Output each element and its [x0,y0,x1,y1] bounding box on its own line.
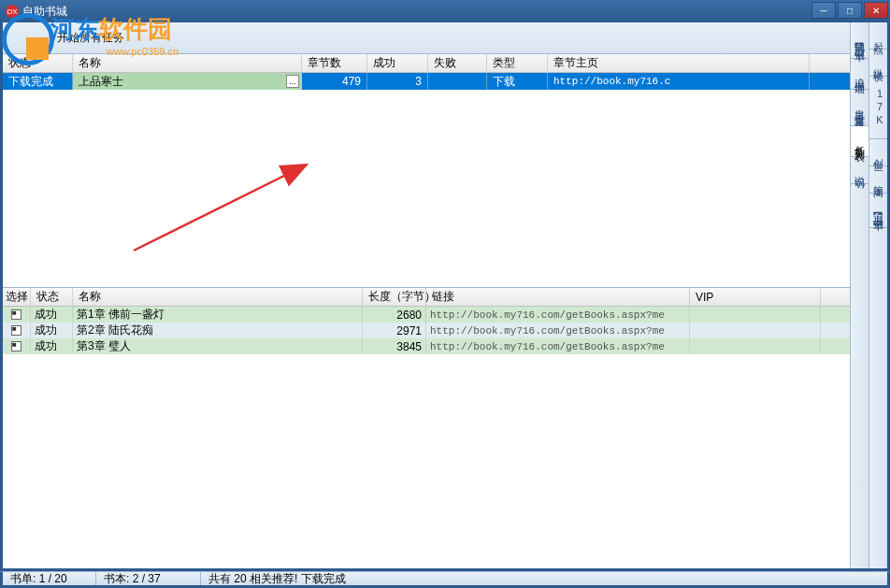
tab-zhuishu-list[interactable]: 追书【书单】 [869,194,887,228]
ellipsis-button[interactable]: ... [286,75,299,88]
col-status-2[interactable]: 状态 [31,288,73,306]
cell-status: 成功 [31,338,73,354]
svg-line-1 [134,165,307,251]
chapter-row[interactable]: 成功 第2章 陆氏花痴 2971 http://book.my716.com/g… [3,323,850,338]
chapter-row[interactable]: 成功 第1章 佛前一盏灯 2680 http://book.my716.com/… [3,307,850,323]
tab-chuangshi[interactable]: 创世 [869,139,887,166]
cell-length: 2971 [363,323,426,338]
tab-youshu[interactable]: 优书网【书单】 [851,22,868,59]
cell-status: 成功 [31,307,73,323]
cell-link: http://book.my716.com/getBooks.aspx?me [426,323,690,338]
tasks-grid: 状态 名称 章节数 成功 失败 类型 章节主页 下载完成 上品寒士 ... 47… [3,54,850,288]
cell-status: 成功 [31,323,73,338]
cell-checkbox[interactable] [3,307,31,323]
chapters-grid: 选择 状态 名称 长度（字节） 链接 VIP 成功 第1章 佛前一盏灯 2680… [3,288,850,568]
window-title: 自助书城 [22,4,67,20]
checkbox-icon[interactable] [11,309,22,320]
col-link[interactable]: 链接 [426,288,690,306]
cell-name: 上品寒士 ... [73,73,302,90]
tab-task-list[interactable]: 任务列表 [851,126,868,157]
col-chapters[interactable]: 章节数 [302,54,367,72]
cell-checkbox[interactable] [3,338,31,354]
checkbox-icon[interactable] [11,325,22,336]
col-name-2[interactable]: 名称 [73,288,363,306]
col-url[interactable]: 章节主页 [548,54,810,72]
cell-link: http://book.my716.com/getBooks.aspx?me [426,338,690,354]
toolbar: 开始所有任务 [3,22,850,54]
maximize-button[interactable]: □ [838,2,862,19]
annotation-arrow [124,157,330,264]
cell-vip [690,323,821,338]
chapters-grid-header: 选择 状态 名称 长度（字节） 链接 VIP [3,288,850,307]
close-button[interactable]: ✕ [864,2,888,19]
cell-url: http://book.my716.c [548,73,810,90]
cell-link: http://book.my716.com/getBooks.aspx?me [426,307,690,323]
right-sidebar-inner: 优书网【书单】 追书详细 主目录直接下载 任务列表 说明 [850,22,868,568]
cell-vip [690,307,821,323]
cell-chapter-name: 第3章 璧人 [73,338,363,354]
tasks-grid-header: 状态 名称 章节数 成功 失败 类型 章节主页 [3,54,850,73]
chapter-row[interactable]: 成功 第3章 璧人 3845 http://book.my716.com/get… [3,338,850,354]
col-type[interactable]: 类型 [487,54,548,72]
status-message: 共有 20 相关推荐! 下载完成 [201,572,887,585]
statusbar: 书单: 1 / 20 书本: 2 / 37 共有 20 相关推荐! 下载完成 [0,571,890,588]
cell-status: 下载完成 [3,73,73,90]
titlebar: DX 自助书城 ─ □ ✕ [0,0,890,22]
right-sidebar-outer: 起点 纵横 17K 创世 篷阁 追书【书单】 [868,22,887,568]
col-name[interactable]: 名称 [73,54,302,72]
col-fail[interactable]: 失败 [428,54,487,72]
tab-zongheng[interactable]: 纵横 [869,50,887,77]
cell-chapter-name: 第2章 陆氏花痴 [73,323,363,338]
cell-fail [428,73,487,90]
cell-length: 2680 [363,307,426,323]
cell-chapter-name: 第1章 佛前一盏灯 [73,307,363,323]
cell-checkbox[interactable] [3,323,31,338]
cell-vip [690,338,821,354]
col-status[interactable]: 状态 [3,54,73,72]
col-success[interactable]: 成功 [367,54,428,72]
col-length[interactable]: 长度（字节） [363,288,426,306]
task-row[interactable]: 下载完成 上品寒士 ... 479 3 下载 http://book.my716… [3,73,850,90]
cell-length: 3845 [363,338,426,354]
start-all-tasks-button[interactable]: 开始所有任务 [57,30,124,46]
tab-direct-download[interactable]: 主目录直接下载 [851,90,868,126]
tab-help[interactable]: 说明 [851,157,868,184]
checkbox-icon[interactable] [11,341,22,351]
col-select[interactable]: 选择 [3,288,31,306]
minimize-button[interactable]: ─ [811,2,836,19]
app-icon: DX [6,5,19,18]
cell-chapters: 479 [302,73,367,90]
tab-zhuishu-detail[interactable]: 追书详细 [851,59,868,90]
tab-pengge[interactable]: 篷阁 [869,166,887,194]
cell-type: 下载 [487,73,548,90]
status-booklist: 书单: 1 / 20 [3,572,96,585]
tab-17k[interactable]: 17K [869,77,887,139]
tab-qidian[interactable]: 起点 [869,22,887,50]
cell-success: 3 [367,73,428,90]
col-vip[interactable]: VIP [690,288,821,306]
status-book: 书本: 2 / 37 [96,572,201,585]
